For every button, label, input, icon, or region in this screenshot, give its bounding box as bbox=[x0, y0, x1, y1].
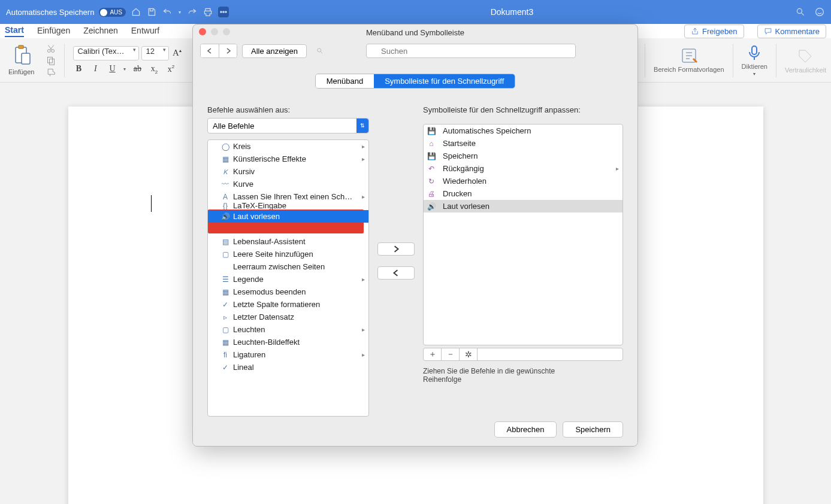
cut-icon[interactable] bbox=[46, 44, 56, 53]
dialog-search-input[interactable] bbox=[366, 44, 576, 58]
styles-icon bbox=[680, 47, 698, 65]
command-item[interactable]: ✓Lineal bbox=[208, 361, 368, 374]
home-icon[interactable] bbox=[131, 7, 141, 17]
strike-button[interactable]: ab bbox=[132, 64, 143, 74]
save-button[interactable]: Speichern bbox=[563, 421, 623, 438]
close-traffic-light[interactable] bbox=[199, 28, 206, 35]
qat-item[interactable]: ⌂Startseite bbox=[424, 137, 623, 150]
undo-icon[interactable] bbox=[162, 7, 173, 17]
submenu-indicator-icon: ▸ bbox=[362, 326, 365, 333]
settings-button[interactable]: ✲ bbox=[460, 348, 478, 360]
command-item[interactable]: ALassen Sie Ihren Text einen Sch…▸ bbox=[208, 190, 368, 203]
qat-item-icon: 🔊 bbox=[427, 202, 436, 211]
show-all-button[interactable]: Alle anzeigen bbox=[242, 44, 307, 58]
underline-dropdown-icon[interactable]: ▾ bbox=[123, 66, 126, 72]
command-item[interactable]: Leerraum zwischen Seiten bbox=[208, 260, 368, 273]
qat-item-label: Automatisches Speichern bbox=[443, 126, 531, 135]
svg-rect-10 bbox=[48, 57, 53, 63]
qat-item[interactable]: ↻Wiederholen bbox=[424, 175, 623, 187]
qat-commands-list[interactable]: 💾Automatisches Speichern⌂Startseite💾Spei… bbox=[423, 124, 623, 345]
command-icon: A bbox=[221, 193, 229, 201]
subscript-button[interactable]: x2 bbox=[149, 64, 159, 75]
nav-back-button[interactable] bbox=[201, 44, 219, 57]
tab-draw[interactable]: Zeichnen bbox=[83, 26, 118, 37]
command-item[interactable]: ✓Letzte Spalte formatieren bbox=[208, 298, 368, 311]
redo-icon[interactable] bbox=[187, 7, 198, 17]
smiley-icon[interactable] bbox=[814, 7, 825, 17]
qat-item[interactable]: 💾Automatisches Speichern bbox=[424, 125, 623, 137]
choose-commands-label: Befehle auswählen aus: bbox=[207, 105, 369, 114]
dialog-toolbar: Alle anzeigen bbox=[193, 40, 637, 62]
font-size-select[interactable]: 12▾ bbox=[141, 46, 169, 60]
command-item[interactable]: ▢Leuchten▸ bbox=[208, 323, 368, 336]
command-item[interactable]: 〰Kurve bbox=[208, 178, 368, 190]
command-icon: 🔊 bbox=[221, 212, 229, 221]
grow-font-icon[interactable]: A▴ bbox=[171, 48, 182, 58]
command-item[interactable]: 𝘒Kursiv bbox=[208, 165, 368, 178]
command-icon: ▦ bbox=[221, 338, 229, 347]
autosave-toggle[interactable]: AUS bbox=[99, 8, 126, 17]
qat-item-label: Startseite bbox=[443, 139, 476, 148]
qat-item[interactable]: 💾Speichern bbox=[424, 150, 623, 162]
italic-button[interactable]: I bbox=[90, 64, 101, 74]
font-name-select[interactable]: Calibri (Tex…▾ bbox=[73, 46, 139, 60]
underline-button[interactable]: U bbox=[107, 64, 117, 74]
more-icon[interactable] bbox=[218, 7, 229, 17]
save-icon[interactable] bbox=[146, 7, 157, 17]
nav-forward-button[interactable] bbox=[219, 44, 237, 57]
svg-point-4 bbox=[816, 8, 824, 16]
command-item[interactable]: ▦Künstlerische Effekte▸ bbox=[208, 153, 368, 165]
dictate-button[interactable]: Diktieren ▾ bbox=[742, 44, 767, 77]
tab-quick-access-toolbar[interactable]: Symbolleiste für den Schnellzugriff bbox=[374, 74, 515, 88]
command-item[interactable]: ▦Lesemodus beenden bbox=[208, 286, 368, 298]
command-icon: ▹ bbox=[221, 313, 229, 321]
cancel-button[interactable]: Abbrechen bbox=[494, 421, 557, 438]
copy-icon[interactable] bbox=[46, 56, 56, 65]
svg-point-14 bbox=[318, 48, 321, 52]
qat-item[interactable]: ↶Rückgängig▸ bbox=[424, 162, 623, 175]
paste-group[interactable]: Einfügen bbox=[5, 45, 38, 75]
chevron-left-icon bbox=[207, 48, 213, 54]
command-item[interactable]: fiLigaturen▸ bbox=[208, 348, 368, 361]
qat-item[interactable]: 🖨Drucken bbox=[424, 187, 623, 200]
add-item-button[interactable]: ＋ bbox=[424, 348, 442, 360]
tab-ribbon[interactable]: Menüband bbox=[316, 74, 374, 88]
command-label: Leuchten-Bildeffekt bbox=[233, 338, 300, 347]
sensitivity-button: Vertraulichkeit bbox=[785, 47, 826, 74]
undo-dropdown-icon[interactable]: ▾ bbox=[177, 7, 182, 17]
command-item[interactable]: ▢Leere Seite hinzufügen bbox=[208, 248, 368, 260]
remove-item-button[interactable]: － bbox=[442, 348, 460, 360]
styles-pane-button[interactable]: Bereich Formatvorlagen bbox=[654, 47, 724, 73]
command-item[interactable]: ◯Kreis▸ bbox=[208, 140, 368, 153]
command-label: Künstlerische Effekte bbox=[233, 154, 306, 163]
command-item[interactable]: ▦Leuchten-Bildeffekt bbox=[208, 336, 368, 348]
qat-item[interactable]: 🔊Laut vorlesen bbox=[424, 200, 623, 212]
format-painter-icon[interactable] bbox=[46, 68, 56, 77]
tab-design[interactable]: Entwurf bbox=[131, 26, 159, 37]
tab-insert[interactable]: Einfügen bbox=[37, 26, 70, 37]
command-label: Lineal bbox=[233, 363, 254, 372]
zoom-traffic-light bbox=[223, 28, 230, 35]
add-command-button[interactable] bbox=[377, 242, 415, 256]
search-icon[interactable] bbox=[795, 7, 806, 17]
autosave-label: Automatisches Speichern bbox=[6, 8, 94, 17]
command-label: Kreis bbox=[233, 142, 251, 151]
chevron-down-icon[interactable]: ▾ bbox=[753, 71, 756, 77]
command-item[interactable]: ☰Legende▸ bbox=[208, 273, 368, 286]
chevron-left-icon bbox=[392, 269, 400, 277]
print-icon[interactable] bbox=[203, 7, 213, 17]
commands-source-combo[interactable]: Alle Befehle ⇅ bbox=[207, 118, 369, 133]
submenu-indicator-icon: ▸ bbox=[616, 165, 619, 172]
comments-button[interactable]: Kommentare bbox=[757, 25, 826, 38]
microphone-icon bbox=[745, 44, 763, 62]
remove-command-button[interactable] bbox=[377, 266, 415, 280]
tab-start[interactable]: Start bbox=[5, 25, 24, 37]
available-commands-list[interactable]: ◯Kreis▸▦Künstlerische Effekte▸𝘒Kursiv〰Ku… bbox=[207, 139, 369, 417]
superscript-button[interactable]: x2 bbox=[165, 64, 176, 74]
command-item[interactable]: 🔊Laut vorlesen bbox=[208, 210, 368, 223]
bold-button[interactable]: B bbox=[73, 64, 84, 74]
dialog-tab-segment: Menüband Symbolleiste für den Schnellzug… bbox=[315, 74, 516, 89]
command-item[interactable]: ▤Lebenslauf-Assistent bbox=[208, 235, 368, 248]
share-button[interactable]: Freigeben bbox=[684, 25, 744, 38]
command-item[interactable]: ▹Letzter Datensatz bbox=[208, 311, 368, 323]
